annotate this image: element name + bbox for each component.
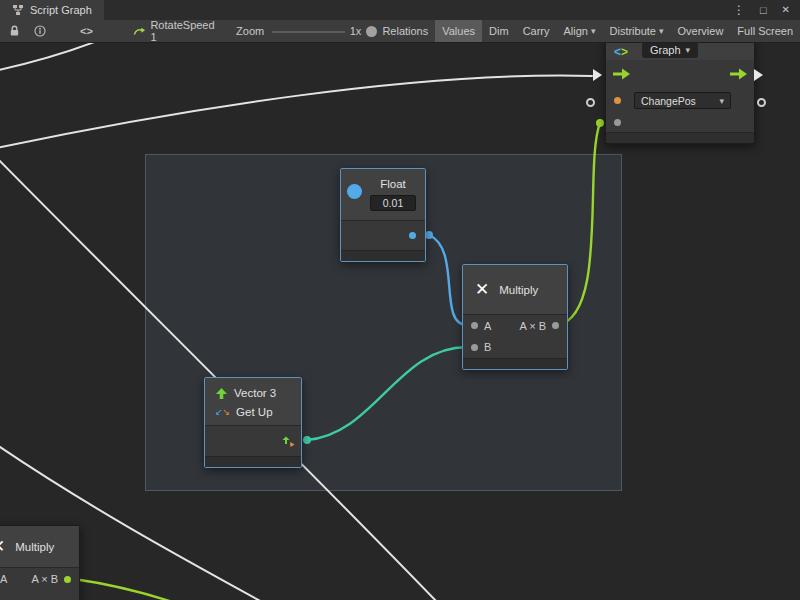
port-label-b: B: [484, 341, 491, 353]
multiply-icon: ✕: [475, 281, 489, 298]
wire-white-topleft[interactable]: [0, 43, 112, 71]
flow-output-arrow-icon[interactable]: [729, 68, 748, 80]
window-menu-icon[interactable]: ⋮: [733, 4, 745, 16]
zoom-slider-track: [272, 31, 345, 33]
chevron-down-icon: ▾: [659, 26, 664, 36]
port-label-output: A × B: [519, 320, 546, 332]
code-preview-icon[interactable]: <>: [76, 20, 97, 42]
transform-get-icon: ↙↘: [215, 408, 230, 417]
port-label-a: A: [0, 573, 7, 585]
distribute-dropdown-button[interactable]: Distribute▾: [603, 20, 671, 42]
script-graph-window: Script Graph ⋮ □ ✕ <> RotateSpeed 1 Zoom…: [0, 0, 800, 600]
node-title: Vector 3: [234, 387, 276, 399]
window-tab-bar: Script Graph ⋮ □ ✕: [0, 0, 800, 20]
node-footer: [606, 132, 754, 143]
node-footer: [341, 250, 425, 261]
unconnected-port-circle[interactable]: [757, 98, 766, 107]
unconnected-port-circle[interactable]: [586, 98, 595, 107]
wire-white-to-graph-input[interactable]: [0, 76, 592, 149]
zoom-value: 1x: [350, 25, 362, 37]
changepos-dropdown[interactable]: ChangePos ▾: [634, 92, 731, 109]
close-icon[interactable]: ✕: [782, 5, 790, 15]
flow-input-arrow-icon[interactable]: [612, 68, 631, 80]
float-node[interactable]: Float 0.01: [340, 168, 426, 262]
float-type-icon: [347, 184, 362, 199]
multiply-icon: ✕: [0, 538, 5, 555]
lock-icon[interactable]: [5, 20, 24, 42]
float-output-port-dot[interactable]: [409, 232, 416, 239]
node-title: Multiply: [499, 284, 538, 296]
graph-header-dropdown[interactable]: Graph ▾: [642, 43, 698, 58]
value-input-port-dot[interactable]: [614, 119, 621, 126]
port-label-output: A × B: [31, 573, 58, 585]
tab-script-graph[interactable]: Script Graph: [0, 0, 104, 20]
graph-canvas[interactable]: <> Graph ▾ ChangePos ▾: [0, 43, 800, 600]
node-title: Float: [380, 175, 406, 193]
output-port-dot[interactable]: [64, 576, 71, 583]
tab-title: Script Graph: [30, 4, 92, 16]
script-graph-icon: [12, 4, 24, 16]
chevron-down-icon: ▾: [719, 96, 724, 106]
zoom-slider[interactable]: [272, 20, 345, 43]
overview-button[interactable]: Overview: [671, 20, 731, 42]
multiply-node-2[interactable]: ✕ Multiply A A × B: [0, 525, 80, 600]
up-arrow-icon: [215, 387, 228, 400]
graph-breadcrumb[interactable]: RotateSpeed 1: [133, 19, 216, 43]
carry-button[interactable]: Carry: [516, 20, 557, 42]
multiply-node[interactable]: ✕ Multiply A A × B B: [462, 264, 568, 370]
fullscreen-button[interactable]: Full Screen: [730, 20, 800, 42]
dim-button[interactable]: Dim: [482, 20, 516, 42]
node-title: Multiply: [15, 541, 54, 553]
graph-name-label: RotateSpeed 1: [150, 19, 216, 43]
values-button[interactable]: Values: [435, 20, 482, 42]
flow-in-port-triangle[interactable]: [593, 69, 602, 81]
zoom-label: Zoom: [236, 25, 264, 37]
input-a-port-dot[interactable]: [471, 322, 478, 329]
node-footer: [463, 358, 567, 369]
wire-multiply2-output[interactable]: [74, 579, 214, 600]
float-value-field[interactable]: 0.01: [370, 195, 416, 211]
align-dropdown-button[interactable]: Align▾: [557, 20, 603, 42]
zoom-slider-handle[interactable]: [366, 26, 377, 37]
code-icon: <>: [614, 46, 628, 58]
info-icon[interactable]: [30, 20, 50, 42]
flow-out-port-triangle[interactable]: [754, 69, 763, 81]
chevron-down-icon: ▾: [591, 26, 596, 36]
chevron-down-icon: ▾: [686, 45, 691, 55]
vector-output-port-icon[interactable]: [282, 435, 295, 448]
graph-unit-node[interactable]: <> Graph ▾ ChangePos ▾: [605, 43, 755, 144]
vector3-getup-node[interactable]: Vector 3 ↙↘ Get Up: [204, 377, 302, 468]
node-subtitle: Get Up: [236, 406, 272, 418]
relations-button[interactable]: Relations: [375, 20, 435, 42]
port-label-a: A: [484, 320, 491, 332]
wire-end-dot: [596, 119, 604, 127]
input-b-port-dot[interactable]: [471, 344, 478, 351]
output-port-dot[interactable]: [552, 322, 559, 329]
target-port-dot[interactable]: [614, 97, 621, 104]
graph-asset-icon: [133, 25, 146, 37]
maximize-icon[interactable]: □: [760, 5, 767, 16]
node-footer: [205, 456, 301, 467]
graph-toolbar: <> RotateSpeed 1 Zoom 1x Relations Value…: [0, 20, 800, 43]
